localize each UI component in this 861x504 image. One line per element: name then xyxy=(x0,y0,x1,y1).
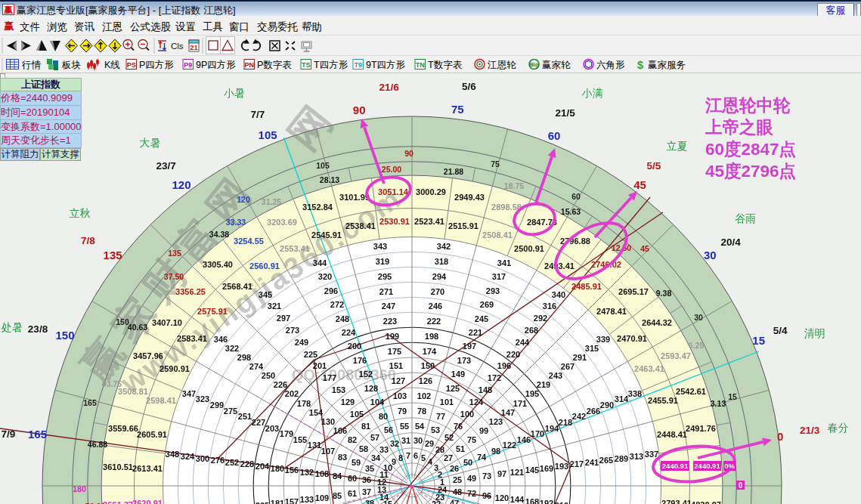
svg-text:3508.81: 3508.81 xyxy=(118,387,148,396)
svg-text:124: 124 xyxy=(469,397,484,407)
svg-text:23/7: 23/7 xyxy=(156,160,175,172)
svg-text:73: 73 xyxy=(482,472,491,481)
svg-text:2448.41: 2448.41 xyxy=(657,430,687,439)
svg-text:276: 276 xyxy=(211,456,225,465)
svg-text:72: 72 xyxy=(467,489,476,498)
svg-text:48: 48 xyxy=(453,487,462,496)
svg-text:35: 35 xyxy=(365,464,374,473)
svg-text:107: 107 xyxy=(321,447,335,456)
svg-text:199: 199 xyxy=(386,332,399,341)
svg-text:75: 75 xyxy=(467,435,476,444)
svg-text:274: 274 xyxy=(249,362,264,371)
svg-text:318: 318 xyxy=(435,257,448,266)
svg-text:PS: PS xyxy=(127,61,136,69)
svg-text:P9: P9 xyxy=(184,61,192,69)
svg-text:172: 172 xyxy=(488,373,501,382)
svg-text:337: 337 xyxy=(645,450,658,459)
svg-text:320: 320 xyxy=(318,272,332,281)
svg-text:227: 227 xyxy=(252,418,265,427)
svg-text:50: 50 xyxy=(463,458,472,467)
svg-text:272: 272 xyxy=(330,300,344,309)
svg-text:2470.91: 2470.91 xyxy=(617,334,647,343)
svg-text:2644.32: 2644.32 xyxy=(642,318,672,327)
svg-text:221: 221 xyxy=(469,328,482,337)
svg-text:8: 8 xyxy=(398,453,403,462)
svg-text:2508.41: 2508.41 xyxy=(482,230,513,240)
svg-text:299: 299 xyxy=(210,400,224,410)
svg-text:85: 85 xyxy=(333,491,342,500)
svg-text:33.33: 33.33 xyxy=(226,218,246,227)
svg-text:30: 30 xyxy=(704,249,717,261)
svg-text:319: 319 xyxy=(376,257,389,266)
svg-text:90: 90 xyxy=(353,104,366,116)
svg-text:3: 3 xyxy=(434,463,438,472)
svg-text:130: 130 xyxy=(321,417,335,426)
svg-text:339: 339 xyxy=(596,335,610,344)
svg-text:151: 151 xyxy=(389,361,403,370)
svg-text:149: 149 xyxy=(451,369,465,379)
svg-text:205: 205 xyxy=(256,501,269,504)
svg-text:178: 178 xyxy=(297,399,311,408)
svg-text:37: 37 xyxy=(362,487,371,496)
svg-text:26: 26 xyxy=(450,464,459,473)
svg-text:21/6: 21/6 xyxy=(379,82,400,93)
svg-text:156: 156 xyxy=(285,465,299,475)
svg-text:54: 54 xyxy=(415,422,425,431)
svg-text:273: 273 xyxy=(286,326,299,335)
svg-text:120: 120 xyxy=(495,493,509,502)
svg-text:152: 152 xyxy=(359,369,373,379)
svg-text:324: 324 xyxy=(181,452,195,461)
svg-text:37.50: 37.50 xyxy=(164,272,184,281)
svg-text:27: 27 xyxy=(444,453,453,462)
svg-text:2440.91: 2440.91 xyxy=(662,462,689,470)
svg-text:342: 342 xyxy=(437,242,451,251)
svg-text:292: 292 xyxy=(534,314,547,323)
svg-text:223: 223 xyxy=(383,317,397,326)
svg-text:3152.84: 3152.84 xyxy=(302,203,333,212)
svg-text:128: 128 xyxy=(364,384,378,393)
svg-text:Big: Big xyxy=(529,61,539,68)
svg-text:316: 316 xyxy=(543,301,556,311)
svg-text:61: 61 xyxy=(348,489,357,498)
svg-text:76: 76 xyxy=(454,422,463,431)
svg-text:198: 198 xyxy=(425,332,438,341)
svg-text:247: 247 xyxy=(382,301,395,311)
svg-text:2553.41: 2553.41 xyxy=(280,244,310,253)
svg-text:338: 338 xyxy=(628,389,642,398)
svg-text:321: 321 xyxy=(268,301,281,311)
svg-text:3203.69: 3203.69 xyxy=(267,218,297,227)
svg-text:3661.37: 3661.37 xyxy=(103,500,133,504)
svg-text:74: 74 xyxy=(477,453,487,462)
svg-text:上帝之眼: 上帝之眼 xyxy=(705,118,774,137)
svg-text:2515.91: 2515.91 xyxy=(448,221,479,230)
svg-text:15: 15 xyxy=(383,499,392,504)
svg-text:346: 346 xyxy=(214,335,228,344)
svg-text:150: 150 xyxy=(116,317,129,326)
svg-text:105: 105 xyxy=(259,128,277,141)
svg-text:228: 228 xyxy=(240,459,254,468)
svg-text:148: 148 xyxy=(479,385,492,394)
svg-text:131: 131 xyxy=(308,441,321,450)
svg-text:245: 245 xyxy=(475,314,488,323)
svg-text:145: 145 xyxy=(525,465,539,475)
svg-text:60度2847点: 60度2847点 xyxy=(705,140,796,159)
svg-text:2440.91: 2440.91 xyxy=(694,462,720,470)
svg-text:241: 241 xyxy=(585,458,599,467)
svg-text:赢: 赢 xyxy=(3,5,13,14)
svg-text:348: 348 xyxy=(166,450,179,459)
svg-text:218: 218 xyxy=(559,418,572,427)
svg-text:2455.91: 2455.91 xyxy=(648,396,678,405)
svg-text:45: 45 xyxy=(640,244,649,253)
svg-text:0: 0 xyxy=(739,481,743,490)
svg-text:265: 265 xyxy=(599,456,613,465)
svg-text:340: 340 xyxy=(552,290,565,299)
svg-text:173: 173 xyxy=(457,356,471,365)
svg-text:105: 105 xyxy=(350,410,364,419)
svg-text:108: 108 xyxy=(315,469,329,478)
svg-text:60: 60 xyxy=(348,474,357,483)
svg-text:2695.17: 2695.17 xyxy=(618,287,649,296)
svg-text:150: 150 xyxy=(421,361,435,370)
svg-text:275: 275 xyxy=(224,407,237,416)
svg-text:295: 295 xyxy=(378,272,392,281)
svg-text:179: 179 xyxy=(280,429,293,438)
